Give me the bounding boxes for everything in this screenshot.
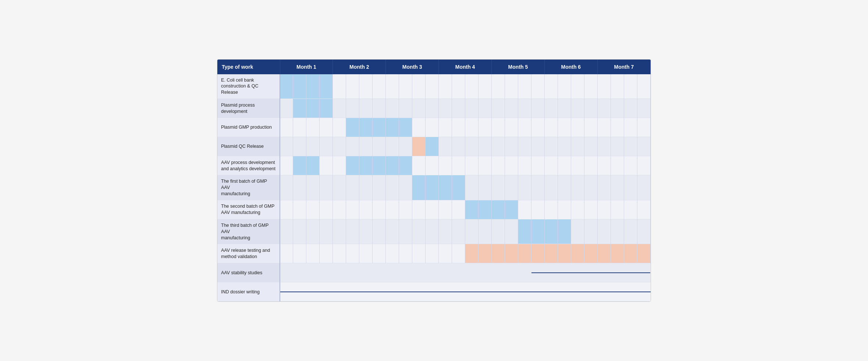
gantt-cell: [492, 244, 505, 263]
month5-header: Month 5: [492, 60, 545, 74]
gantt-cell: [558, 156, 571, 175]
gantt-cell: [293, 175, 306, 200]
gantt-cell: [597, 175, 611, 200]
gantt-cell: [293, 99, 306, 118]
gantt-cell: [280, 137, 293, 156]
gantt-cell: [373, 200, 386, 219]
gantt-cell: [558, 137, 571, 156]
gantt-cell: [611, 156, 624, 175]
gantt-cell: [531, 137, 544, 156]
gantt-cell: [518, 74, 531, 99]
gantt-cell: [306, 156, 320, 175]
gantt-cell: [465, 118, 479, 137]
gantt-cell: [544, 200, 558, 219]
gantt-cell: [373, 244, 386, 263]
gantt-cell: [505, 99, 518, 118]
gantt-cell: [637, 118, 650, 137]
gantt-cell: [373, 118, 386, 137]
gantt-cell: [544, 74, 558, 99]
gantt-cell: [452, 156, 465, 175]
gantt-cell: [346, 156, 359, 175]
gantt-cell: [320, 99, 333, 118]
gantt-cell: [637, 99, 650, 118]
gantt-cell: [452, 244, 465, 263]
gantt-cell: [293, 118, 306, 137]
gantt-cell: [637, 175, 650, 200]
gantt-cell: [399, 175, 412, 200]
gantt-cell: [584, 175, 597, 200]
gantt-cell: [479, 175, 492, 200]
gantt-cell: [624, 219, 637, 244]
gantt-cell: [386, 200, 399, 219]
gantt-cell: [637, 200, 650, 219]
gantt-cell: [386, 74, 399, 99]
gantt-cell: [320, 118, 333, 137]
gantt-cell: [558, 200, 571, 219]
gantt-cell: [558, 118, 571, 137]
gantt-cell: [399, 156, 412, 175]
gantt-cell: [439, 244, 452, 263]
gantt-cell: [333, 200, 346, 219]
header-row: Type of work Month 1 Month 2 Month 3 Mon…: [217, 60, 651, 74]
gantt-cell: [386, 99, 399, 118]
gantt-cell: [346, 137, 359, 156]
gantt-cell: [584, 219, 597, 244]
gantt-cell: [492, 137, 505, 156]
gantt-cell: [492, 99, 505, 118]
gantt-cell: [306, 219, 320, 244]
gantt-cell: [637, 244, 650, 263]
gantt-cell: [544, 99, 558, 118]
gantt-cell: [611, 175, 624, 200]
gantt-cell: [479, 156, 492, 175]
gantt-cell: [571, 99, 584, 118]
gantt-cell: [624, 244, 637, 263]
gantt-cell: [280, 99, 293, 118]
gantt-cell: [624, 74, 637, 99]
gantt-cell: [531, 219, 544, 244]
gantt-cell: [452, 99, 465, 118]
gantt-cell: [571, 244, 584, 263]
table-row: IND dossier writing→: [217, 282, 651, 301]
gantt-cell: [465, 175, 479, 200]
gantt-cell: [333, 118, 346, 137]
row-label: The second batch of GMPAAV manufacturing: [217, 200, 280, 219]
gantt-cell: [505, 244, 518, 263]
gantt-cell: [597, 99, 611, 118]
gantt-cell: [306, 74, 320, 99]
gantt-cell: [306, 118, 320, 137]
gantt-cell: [346, 200, 359, 219]
gantt-cell: [426, 200, 439, 219]
month4-header: Month 4: [439, 60, 492, 74]
table-row: E. Coli cell bankconstruction & QC Relea…: [217, 74, 651, 99]
month1-header: Month 1: [280, 60, 333, 74]
gantt-cell: [426, 175, 439, 200]
gantt-cell: [611, 118, 624, 137]
gantt-cell: [518, 99, 531, 118]
gantt-cell: [333, 137, 346, 156]
month7-header: Month 7: [597, 60, 650, 74]
gantt-cell: [333, 244, 346, 263]
gantt-cell: [624, 175, 637, 200]
gantt-cell: [479, 74, 492, 99]
gantt-cell: [320, 74, 333, 99]
gantt-cell: [465, 219, 479, 244]
gantt-cell: [597, 74, 611, 99]
gantt-cell: [544, 137, 558, 156]
gantt-cell: [544, 219, 558, 244]
gantt-cell: [505, 175, 518, 200]
gantt-cell: [346, 175, 359, 200]
table-row: AAV process developmentand analytics dev…: [217, 156, 651, 175]
gantt-cell: [386, 118, 399, 137]
gantt-cell: [306, 99, 320, 118]
gantt-cell: [571, 219, 584, 244]
gantt-cell: [426, 74, 439, 99]
gantt-cell: [465, 244, 479, 263]
gantt-cell: [373, 74, 386, 99]
gantt-cell: [518, 156, 531, 175]
arrow-cell: →: [280, 282, 651, 301]
gantt-cell: [492, 74, 505, 99]
table-row: The third batch of GMP AAVmanufacturing: [217, 219, 651, 244]
row-label: AAV stability studies: [217, 263, 280, 282]
table-row: Plasmid processdevelopment: [217, 99, 651, 118]
gantt-cell: [624, 99, 637, 118]
